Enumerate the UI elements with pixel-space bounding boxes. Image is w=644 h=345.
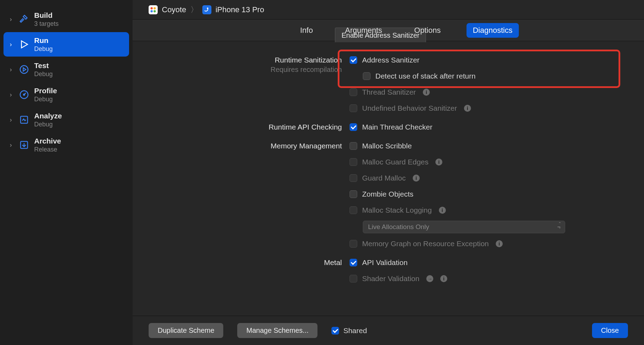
info-icon[interactable]: i	[435, 159, 442, 166]
checkbox-detect-stack-after-return[interactable]	[363, 72, 370, 80]
tab-options[interactable]: Options	[408, 23, 447, 38]
checkbox-main-thread-checker[interactable]	[350, 123, 357, 131]
select-value: Live Allocations Only	[368, 223, 429, 230]
group-title: Memory Management	[153, 142, 342, 150]
option-main-thread-checker: Main Thread Checker	[350, 122, 623, 133]
chevron-right-icon: ›	[10, 41, 14, 48]
tab-info[interactable]: Info	[294, 23, 319, 38]
checkbox-zombie-objects[interactable]	[350, 190, 357, 198]
hammer-icon	[19, 14, 29, 24]
info-icon[interactable]: i	[464, 105, 471, 112]
shared-label: Shared	[343, 326, 367, 335]
option-address-sanitizer: Address Sanitizer	[350, 54, 623, 66]
tab-arguments[interactable]: Arguments	[339, 23, 388, 38]
svg-point-11	[153, 10, 156, 13]
checkbox-malloc-stack-logging[interactable]	[350, 206, 357, 214]
sidebar-item-sub: Debug	[34, 95, 57, 103]
svg-point-1	[20, 66, 28, 74]
manage-schemes-button[interactable]: Manage Schemes...	[237, 323, 317, 338]
breadcrumb-project[interactable]: Coyote	[162, 5, 186, 14]
option-thread-sanitizer: Thread Sanitizer i	[350, 87, 623, 98]
app-icon	[149, 5, 158, 14]
chevron-right-icon: 〉	[190, 5, 198, 15]
sidebar-item-build[interactable]: › Build 3 targets	[3, 7, 129, 31]
footer: Duplicate Scheme Manage Schemes... Share…	[133, 316, 644, 345]
duplicate-scheme-button[interactable]: Duplicate Scheme	[149, 323, 223, 338]
chevron-right-icon: ›	[10, 116, 14, 124]
option-malloc-scribble: Malloc Scribble	[350, 140, 623, 152]
gauge-icon	[19, 89, 29, 100]
svg-rect-12	[202, 5, 211, 14]
option-malloc-guard-edges: Malloc Guard Edges i	[350, 156, 623, 168]
checkbox-address-sanitizer[interactable]	[350, 56, 357, 64]
info-icon[interactable]: i	[440, 275, 447, 282]
checkbox-thread-sanitizer[interactable]	[350, 88, 357, 96]
arrow-right-icon[interactable]: →	[426, 275, 433, 282]
sidebar-item-title: Build	[34, 11, 59, 20]
option-label: Main Thread Checker	[362, 123, 433, 131]
device-icon	[202, 5, 211, 14]
sidebar-item-title: Run	[34, 36, 53, 45]
option-detect-stack-after-return: Detect use of stack after return	[350, 71, 623, 82]
option-zombie-objects: Zombie Objects	[350, 189, 623, 200]
option-label: Guard Malloc	[362, 174, 406, 182]
checkbox-ubsan[interactable]	[350, 104, 357, 112]
option-api-validation: API Validation	[350, 257, 623, 268]
option-label: Zombie Objects	[362, 190, 413, 198]
group-title: Runtime Sanitization	[153, 56, 342, 64]
option-label: Malloc Guard Edges	[362, 158, 428, 166]
option-shader-validation: Shader Validation → i	[350, 273, 623, 284]
sidebar-item-sub: Debug	[34, 45, 53, 53]
chevron-right-icon: ›	[10, 141, 14, 149]
info-icon[interactable]: i	[413, 175, 420, 182]
option-label: Malloc Stack Logging	[362, 206, 432, 214]
group-title: Metal	[153, 258, 342, 267]
option-label: Shader Validation	[362, 274, 419, 283]
checkbox-guard-malloc[interactable]	[350, 174, 357, 182]
option-undefined-behavior-sanitizer: Undefined Behavior Sanitizer i	[350, 103, 623, 114]
sidebar-item-archive[interactable]: › Archive Release	[3, 133, 129, 157]
select-stack-logging-mode[interactable]: Live Allocations Only	[363, 221, 565, 233]
info-icon[interactable]: i	[439, 207, 446, 214]
chevron-right-icon: ›	[10, 91, 14, 98]
wrench-icon	[19, 64, 29, 75]
sidebar-item-run[interactable]: › Run Debug	[3, 32, 129, 57]
chevron-right-icon: ›	[10, 66, 14, 73]
checkbox-malloc-guard-edges[interactable]	[350, 158, 357, 166]
option-memory-graph-exception: Memory Graph on Resource Exception i	[350, 238, 623, 249]
svg-point-13	[207, 7, 208, 9]
sidebar-item-title: Test	[34, 61, 53, 70]
sidebar-item-analyze[interactable]: › Analyze Debug	[3, 108, 129, 132]
option-label: Malloc Scribble	[362, 142, 412, 150]
info-icon[interactable]: i	[496, 240, 503, 247]
checkbox-memory-graph-exception[interactable]	[350, 240, 357, 248]
info-icon[interactable]: i	[423, 89, 430, 96]
diagnostics-body: Runtime Sanitization Requires recompilat…	[133, 41, 644, 316]
checkbox-malloc-scribble[interactable]	[350, 142, 357, 150]
chevron-right-icon: ›	[10, 16, 14, 23]
svg-marker-0	[22, 41, 28, 48]
checkbox-api-validation[interactable]	[350, 259, 357, 266]
close-button[interactable]: Close	[592, 323, 628, 338]
option-label: API Validation	[362, 258, 407, 267]
sidebar-item-profile[interactable]: › Profile Debug	[3, 82, 129, 107]
group-runtime-sanitization: Runtime Sanitization Requires recompilat…	[153, 54, 623, 114]
sidebar-item-sub: Release	[34, 146, 61, 154]
shared-option: Shared	[331, 326, 367, 335]
checkbox-shared[interactable]	[331, 327, 339, 335]
tab-diagnostics[interactable]: Diagnostics	[466, 23, 519, 38]
sidebar-item-test[interactable]: › Test Debug	[3, 57, 129, 82]
group-memory-management: Memory Management Malloc Scribble Malloc…	[153, 140, 623, 249]
play-icon	[19, 39, 29, 50]
option-guard-malloc: Guard Malloc i	[350, 172, 623, 184]
group-metal: Metal API Validation Shader Validation →…	[153, 257, 623, 284]
svg-point-9	[153, 7, 156, 9]
option-label: Thread Sanitizer	[362, 88, 416, 96]
group-runtime-api-checking: Runtime API Checking Main Thread Checker	[153, 122, 623, 133]
option-label: Address Sanitizer	[362, 56, 420, 64]
archive-icon	[19, 140, 29, 150]
main-pane: Coyote 〉 iPhone 13 Pro Enable Address Sa…	[133, 0, 644, 345]
checkbox-shader-validation[interactable]	[350, 275, 357, 282]
tab-bar: Enable Address Sanitizer Info Arguments …	[133, 20, 644, 41]
breadcrumb-device[interactable]: iPhone 13 Pro	[216, 5, 264, 14]
